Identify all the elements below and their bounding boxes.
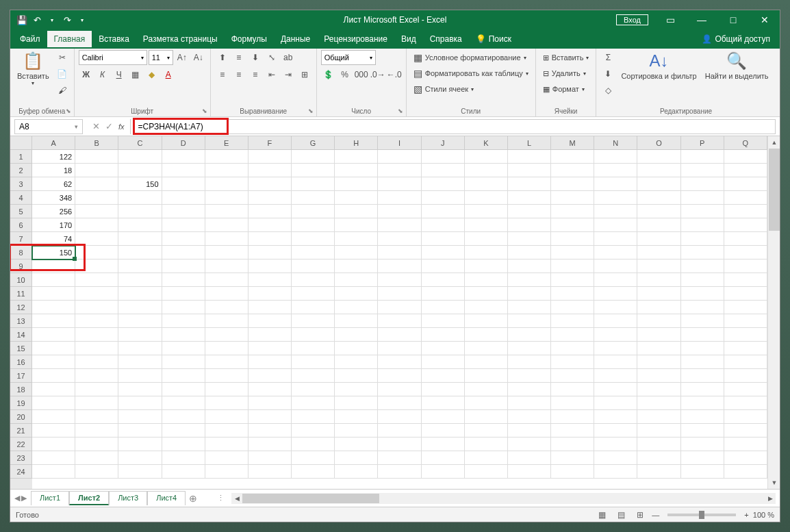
col-header-N[interactable]: N bbox=[594, 136, 637, 150]
cell-I17[interactable] bbox=[378, 369, 421, 383]
cell-J18[interactable] bbox=[422, 383, 465, 396]
cell-B21[interactable] bbox=[75, 424, 118, 438]
cell-O13[interactable] bbox=[637, 314, 680, 328]
cell-P15[interactable] bbox=[681, 342, 724, 355]
col-header-D[interactable]: D bbox=[162, 136, 205, 150]
cell-K6[interactable] bbox=[465, 218, 508, 232]
cell-P1[interactable] bbox=[681, 150, 724, 164]
cell-K16[interactable] bbox=[465, 355, 508, 369]
cell-Q24[interactable] bbox=[724, 465, 767, 479]
cell-L10[interactable] bbox=[508, 273, 551, 287]
cell-N17[interactable] bbox=[594, 369, 637, 383]
cell-G16[interactable] bbox=[292, 355, 335, 369]
cell-K4[interactable] bbox=[465, 191, 508, 205]
cell-B18[interactable] bbox=[75, 383, 118, 396]
page-break-view-icon[interactable]: ⊞ bbox=[633, 509, 648, 521]
cell-E4[interactable] bbox=[205, 191, 249, 205]
cell-P10[interactable] bbox=[681, 273, 724, 287]
cell-B20[interactable] bbox=[75, 410, 118, 424]
cell-O11[interactable] bbox=[637, 287, 680, 301]
number-format-combo[interactable]: Общий▾ bbox=[321, 50, 376, 65]
cell-B10[interactable] bbox=[75, 273, 118, 287]
cell-Q14[interactable] bbox=[724, 328, 767, 342]
cell-F5[interactable] bbox=[249, 205, 292, 218]
cell-D15[interactable] bbox=[162, 342, 205, 355]
cell-G24[interactable] bbox=[292, 465, 335, 479]
cell-A13[interactable] bbox=[32, 314, 75, 328]
cell-E16[interactable] bbox=[205, 355, 249, 369]
cell-D24[interactable] bbox=[162, 465, 205, 479]
cell-O5[interactable] bbox=[637, 205, 680, 218]
cell-H4[interactable] bbox=[335, 191, 378, 205]
cell-C11[interactable] bbox=[118, 287, 162, 301]
cell-B24[interactable] bbox=[75, 465, 118, 479]
cell-G7[interactable] bbox=[292, 232, 335, 246]
cell-M8[interactable] bbox=[551, 246, 594, 259]
cell-B23[interactable] bbox=[75, 451, 118, 465]
cell-J23[interactable] bbox=[422, 451, 465, 465]
cell-H16[interactable] bbox=[335, 355, 378, 369]
col-header-Q[interactable]: Q bbox=[724, 136, 767, 150]
cell-P3[interactable] bbox=[681, 177, 724, 191]
cell-H13[interactable] bbox=[335, 314, 378, 328]
cell-P8[interactable] bbox=[681, 246, 724, 259]
cell-O14[interactable] bbox=[637, 328, 680, 342]
cell-J21[interactable] bbox=[422, 424, 465, 438]
font-launcher-icon[interactable]: ⬊ bbox=[202, 107, 207, 114]
menu-view[interactable]: Вид bbox=[394, 31, 423, 47]
undo-dropdown-icon[interactable]: ▾ bbox=[46, 14, 58, 26]
menu-help[interactable]: Справка bbox=[423, 31, 469, 47]
cell-A1[interactable]: 122 bbox=[32, 150, 75, 164]
cell-P16[interactable] bbox=[681, 355, 724, 369]
cell-B22[interactable] bbox=[75, 438, 118, 451]
align-right-icon[interactable]: ≡ bbox=[248, 67, 263, 82]
cell-C3[interactable]: 150 bbox=[118, 177, 162, 191]
cell-H22[interactable] bbox=[335, 438, 378, 451]
cell-N19[interactable] bbox=[594, 396, 637, 410]
cell-A3[interactable]: 62 bbox=[32, 177, 75, 191]
cell-Q16[interactable] bbox=[724, 355, 767, 369]
cell-I4[interactable] bbox=[378, 191, 421, 205]
cell-N7[interactable] bbox=[594, 232, 637, 246]
cell-M2[interactable] bbox=[551, 164, 594, 177]
sort-filter-button[interactable]: A↓ Сортировка и фильтр bbox=[618, 50, 699, 81]
cell-H11[interactable] bbox=[335, 287, 378, 301]
col-header-I[interactable]: I bbox=[378, 136, 421, 150]
cell-Q2[interactable] bbox=[724, 164, 767, 177]
cell-Q22[interactable] bbox=[724, 438, 767, 451]
cell-G23[interactable] bbox=[292, 451, 335, 465]
cell-K8[interactable] bbox=[465, 246, 508, 259]
zoom-out-icon[interactable]: — bbox=[652, 511, 659, 519]
cell-B4[interactable] bbox=[75, 191, 118, 205]
cell-D16[interactable] bbox=[162, 355, 205, 369]
cell-styles-button[interactable]: ▧Стили ячеек▾ bbox=[411, 81, 476, 97]
menu-search[interactable]: 💡Поиск bbox=[469, 31, 518, 47]
cell-L20[interactable] bbox=[508, 410, 551, 424]
cell-A20[interactable] bbox=[32, 410, 75, 424]
cell-F19[interactable] bbox=[249, 396, 292, 410]
cell-F10[interactable] bbox=[249, 273, 292, 287]
cell-J19[interactable] bbox=[422, 396, 465, 410]
cell-J10[interactable] bbox=[422, 273, 465, 287]
cell-C9[interactable] bbox=[118, 259, 162, 273]
cell-C4[interactable] bbox=[118, 191, 162, 205]
cell-G19[interactable] bbox=[292, 396, 335, 410]
sheet-tab-Лист4[interactable]: Лист4 bbox=[147, 491, 186, 505]
formula-input[interactable]: =СРЗНАЧ(A1:A7) bbox=[133, 119, 776, 134]
cell-H7[interactable] bbox=[335, 232, 378, 246]
cell-D12[interactable] bbox=[162, 301, 205, 314]
cell-P19[interactable] bbox=[681, 396, 724, 410]
underline-icon[interactable]: Ч bbox=[112, 67, 127, 82]
conditional-formatting-button[interactable]: ▦Условное форматирование▾ bbox=[411, 50, 529, 65]
scroll-down-icon[interactable]: ▼ bbox=[768, 477, 780, 489]
cell-L14[interactable] bbox=[508, 328, 551, 342]
align-bottom-icon[interactable]: ⬇ bbox=[248, 50, 263, 65]
cell-C17[interactable] bbox=[118, 369, 162, 383]
undo-icon[interactable]: ↶ bbox=[31, 14, 43, 26]
name-box[interactable]: A8▾ bbox=[14, 119, 83, 134]
col-header-B[interactable]: B bbox=[75, 136, 118, 150]
cell-M9[interactable] bbox=[551, 259, 594, 273]
cell-E11[interactable] bbox=[205, 287, 249, 301]
row-header-15[interactable]: 15 bbox=[10, 342, 32, 355]
cell-J8[interactable] bbox=[422, 246, 465, 259]
